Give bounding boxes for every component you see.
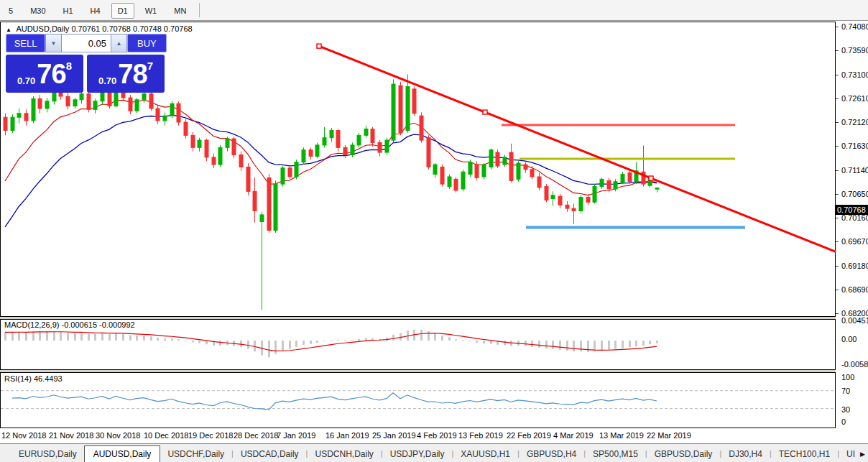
date-axis-label: 22 Feb 2019 xyxy=(507,431,551,440)
chart-tabs-bar: EURUSD,DailyAUDUSD,DailyUSDCHF,Daily|USD… xyxy=(0,444,868,462)
date-axis-label: 10 Dec 2018 xyxy=(144,431,188,440)
descending-trendline[interactable] xyxy=(319,46,836,251)
chart-ohlc-header: ▲ AUDUSD,Daily 0.70761 0.70768 0.70748 0… xyxy=(6,24,193,33)
timeframe-button-d1[interactable]: D1 xyxy=(111,3,134,19)
buy-price-prefix: 0.70 xyxy=(98,75,116,86)
date-axis-label: 21 Nov 2018 xyxy=(49,431,93,440)
volume-increase-button[interactable]: ▲ xyxy=(111,34,127,52)
rsi-axis-label: 70 xyxy=(841,387,850,395)
price-axis-label: 0.72120 xyxy=(841,118,868,126)
price-tick xyxy=(836,75,839,75)
macd-label: MACD(12,26,9) -0.000615 -0.000992 xyxy=(4,320,135,329)
rsi-axis-label: 100 xyxy=(841,373,854,382)
date-axis-label: 28 Dec 2018 xyxy=(234,431,278,440)
price-tick xyxy=(836,218,839,218)
macd-axis-label: 0.004517 xyxy=(841,316,868,325)
timeframe-buttons: 5M30H1H4D1W1MN xyxy=(0,4,195,17)
price-axis-label: 0.68690 xyxy=(841,285,868,294)
buy-price-pip: 7 xyxy=(147,60,153,72)
candlesticks xyxy=(4,75,659,310)
price-tick xyxy=(836,313,839,314)
chart-tab-usdcnh-daily[interactable]: USDCNH,Daily xyxy=(308,446,380,462)
price-tick xyxy=(836,290,839,290)
rsi-axis-label: 0 xyxy=(841,417,846,426)
chart-tab-audusd-daily[interactable]: AUDUSD,Daily xyxy=(84,445,161,462)
volume-input[interactable] xyxy=(62,34,111,52)
date-axis-label: 12 Nov 2018 xyxy=(1,431,46,440)
chart-tab-xauusd-h1[interactable]: XAUUSD,H1 xyxy=(453,446,517,462)
price-axis-label: 0.73100 xyxy=(841,70,868,79)
price-axis-label: 0.71140 xyxy=(841,166,868,175)
price-axis-label: 0.69180 xyxy=(841,262,868,270)
symbol-title: AUDUSD,Daily xyxy=(16,24,69,33)
date-axis[interactable]: 12 Nov 201821 Nov 201830 Nov 201810 Dec … xyxy=(0,429,836,443)
rsi-label: RSI(14) 46.4493 xyxy=(4,374,63,383)
date-axis-label: 25 Jan 2019 xyxy=(372,431,416,440)
date-axis-label: 4 Feb 2019 xyxy=(417,431,457,440)
price-axis-label: 0.72610 xyxy=(841,94,868,103)
price-tick xyxy=(836,122,839,123)
price-tick xyxy=(836,98,839,99)
price-tick xyxy=(836,194,839,195)
price-axis-label: 0.71630 xyxy=(841,142,868,150)
price-tick xyxy=(836,146,839,147)
date-axis-label: 22 Mar 2019 xyxy=(647,431,691,440)
date-axis-label: 19 Dec 2018 xyxy=(188,431,233,440)
buy-price-panel[interactable]: 0.70 78 7 xyxy=(87,55,165,93)
date-axis-label: 13 Mar 2019 xyxy=(599,431,644,440)
macd-axis-label: 0.00 xyxy=(841,335,857,343)
price-axis-label: 0.70650 xyxy=(841,190,868,198)
price-axis-label: 0.74080 xyxy=(841,22,868,31)
chart-tab-usdcad-daily[interactable]: USDCAD,Daily xyxy=(234,446,306,462)
price-tick xyxy=(836,27,839,27)
sell-button[interactable]: SELL xyxy=(6,34,45,52)
rsi-indicator-panel[interactable] xyxy=(0,372,836,428)
tabs-scroll-right-icon[interactable]: ▶ xyxy=(860,451,865,458)
chart-tab-usdjpy-daily[interactable]: USDJPY,Daily xyxy=(383,446,452,462)
sell-price-prefix: 0.70 xyxy=(17,75,35,86)
chart-tab-sp500-m15[interactable]: SP500,M15 xyxy=(586,446,645,462)
price-tick xyxy=(836,170,839,171)
chart-tab-usdchf-daily[interactable]: USDCHF,Daily xyxy=(160,446,231,462)
sell-price-panel[interactable]: 0.70 76 8 xyxy=(6,55,83,93)
date-axis-label: 13 Feb 2019 xyxy=(458,431,503,440)
chart-tab-gbpusd-h4[interactable]: GBPUSD,H4 xyxy=(520,446,583,462)
date-axis-label: 30 Nov 2018 xyxy=(96,431,140,440)
price-axis-label: 0.69670 xyxy=(841,237,868,246)
rsi-axis-label: 30 xyxy=(841,405,850,414)
timeframe-button-w1[interactable]: W1 xyxy=(139,3,164,19)
timeframe-button-h4[interactable]: H4 xyxy=(84,3,107,19)
price-tick xyxy=(836,50,839,51)
timeframe-button-h1[interactable]: H1 xyxy=(57,3,80,19)
macd-axis-label: -0.005899 xyxy=(841,360,868,369)
trendline-handle[interactable] xyxy=(483,110,487,114)
buy-price-big: 78 xyxy=(118,60,147,88)
price-tick xyxy=(836,266,839,267)
chart-tab-eurusd-daily[interactable]: EURUSD,Daily xyxy=(11,446,84,462)
chart-tab-ui[interactable]: UI xyxy=(839,446,862,462)
chart-tab-tech100-h1[interactable]: TECH100,H1 xyxy=(772,446,837,462)
price-axis-label: 0.73590 xyxy=(841,46,868,55)
collapse-trade-panel-icon[interactable]: ▲ xyxy=(6,27,11,33)
trendline-handle[interactable] xyxy=(649,176,653,180)
trendline-handle[interactable] xyxy=(317,44,321,48)
timeframe-toolbar: 5M30H1H4D1W1MN xyxy=(0,0,868,21)
price-axis[interactable]: 0.70768 0.740800.735900.731000.726100.72… xyxy=(836,22,868,443)
sell-price-big: 76 xyxy=(37,60,65,88)
chart-tab-dj30-h4[interactable]: DJ30,H4 xyxy=(721,446,770,462)
price-tick xyxy=(836,241,839,242)
trading-platform-window: 5M30H1H4D1W1MN ▲ AUDUSD,Daily 0.70761 0.… xyxy=(0,0,868,462)
toolbar-separator xyxy=(199,3,200,17)
date-axis-label: 16 Jan 2019 xyxy=(326,431,369,440)
chart-tab-gbpusd-daily[interactable]: GBPUSD,Daily xyxy=(647,446,720,462)
timeframe-button-5[interactable]: 5 xyxy=(2,3,19,19)
buy-button[interactable]: BUY xyxy=(127,34,167,52)
timeframe-button-m30[interactable]: M30 xyxy=(24,3,52,19)
ohlc-values: 0.70761 0.70768 0.70748 0.70768 xyxy=(71,24,192,33)
price-axis-label: 0.70160 xyxy=(841,213,868,222)
sell-price-pip: 8 xyxy=(66,60,72,72)
one-click-trade-widget: SELL ▼ ▲ BUY 0.70 76 8 0.70 78 7 xyxy=(6,34,167,93)
volume-decrease-button[interactable]: ▼ xyxy=(45,34,62,52)
timeframe-button-mn[interactable]: MN xyxy=(167,3,193,19)
date-axis-label: 7 Jan 2019 xyxy=(277,431,315,440)
